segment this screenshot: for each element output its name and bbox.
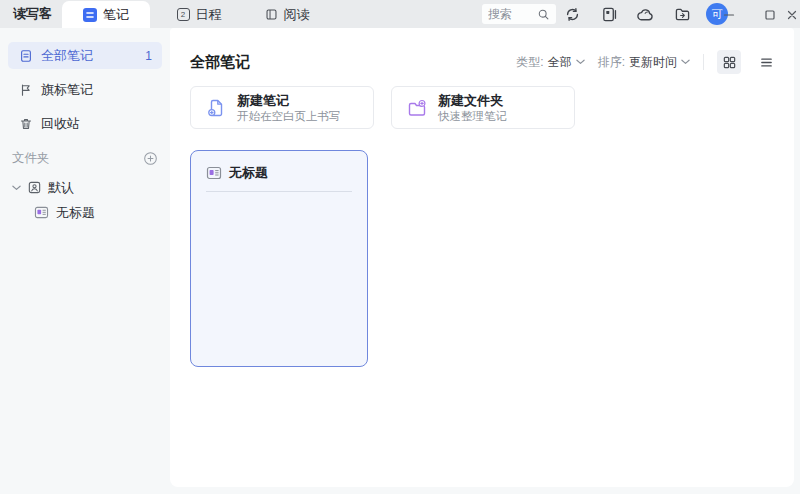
new-note-subtitle: 开始在空白页上书写 (237, 109, 341, 123)
chevron-down-icon (681, 59, 690, 65)
sync-icon (564, 6, 581, 23)
notebook-button[interactable] (600, 5, 618, 23)
notes-tab-icon (83, 8, 97, 22)
folder-label: 默认 (48, 179, 74, 197)
sidebar: 全部笔记 1 旗标笔记 回收站 文件夹 默认 无标题 (0, 28, 170, 494)
main-panel: 全部笔记 类型: 全部 排序: 更新时间 (170, 28, 794, 487)
maximize-icon (764, 9, 776, 21)
sync-button[interactable] (563, 5, 581, 23)
grid-view-button[interactable] (717, 50, 741, 74)
add-folder-button[interactable] (143, 151, 158, 166)
tree-note-label: 无标题 (56, 204, 95, 222)
tab-notes[interactable]: 笔记 (62, 1, 150, 28)
note-card-title: 无标题 (229, 164, 268, 182)
chevron-down-icon (576, 59, 585, 65)
close-icon (786, 9, 798, 21)
app-name: 读写客 (13, 0, 52, 28)
sort-filter-dropdown[interactable]: 排序: 更新时间 (598, 54, 690, 71)
note-card-untitled[interactable]: 无标题 (190, 150, 368, 367)
sort-filter-value: 更新时间 (629, 54, 677, 71)
grid-view-icon (722, 55, 737, 70)
flag-icon (19, 83, 33, 97)
sidebar-item-recycle-bin[interactable]: 回收站 (8, 110, 162, 137)
tab-schedule-label: 日程 (196, 6, 222, 24)
folders-section-label: 文件夹 (12, 150, 50, 167)
document-icon (19, 49, 33, 63)
type-filter-value: 全部 (548, 54, 572, 71)
new-note-button[interactable]: 新建笔记 开始在空白页上书写 (190, 86, 374, 129)
note-count-badge: 1 (145, 49, 152, 63)
list-view-button[interactable] (754, 50, 778, 74)
cloud-button[interactable] (636, 5, 654, 23)
tab-schedule[interactable]: 2 日程 (158, 1, 240, 28)
note-icon (206, 166, 222, 180)
book-icon (265, 8, 278, 21)
list-view-icon (759, 55, 774, 70)
tree-note-item[interactable]: 无标题 (8, 200, 162, 225)
search-input[interactable] (488, 7, 537, 21)
page-title: 全部笔记 (190, 53, 250, 72)
sort-filter-label: 排序: (598, 54, 625, 71)
search-icon (537, 8, 550, 21)
sidebar-item-label: 全部笔记 (41, 47, 93, 65)
tab-reading-label: 阅读 (284, 6, 310, 24)
tab-notes-label: 笔记 (103, 6, 129, 24)
new-note-icon (206, 98, 226, 118)
user-folder-icon (27, 180, 42, 195)
note-icon (34, 206, 49, 219)
main-header: 全部笔记 类型: 全部 排序: 更新时间 (190, 50, 778, 74)
new-folder-button[interactable]: 新建文件夹 快速整理笔记 (391, 86, 575, 129)
search-box[interactable] (482, 4, 556, 24)
minimize-button[interactable] (722, 8, 735, 21)
folder-share-icon (674, 7, 691, 22)
quick-actions: 新建笔记 开始在空白页上书写 新建文件夹 快速整理笔记 (190, 86, 575, 129)
new-folder-subtitle: 快速整理笔记 (438, 109, 507, 123)
cloud-icon (636, 7, 655, 22)
maximize-button[interactable] (763, 8, 776, 21)
sidebar-item-label: 旗标笔记 (41, 81, 93, 99)
minimize-icon (723, 9, 735, 21)
type-filter-dropdown[interactable]: 类型: 全部 (516, 54, 584, 71)
sidebar-item-all-notes[interactable]: 全部笔记 1 (8, 42, 162, 69)
folders-section: 文件夹 (12, 150, 158, 167)
trash-icon (19, 117, 33, 131)
new-folder-title: 新建文件夹 (438, 93, 507, 108)
chevron-down-icon[interactable] (12, 185, 21, 191)
notebook-icon (601, 6, 618, 23)
close-button[interactable] (785, 8, 798, 21)
type-filter-label: 类型: (516, 54, 543, 71)
divider (206, 191, 352, 192)
divider (703, 54, 704, 70)
folder-item-default[interactable]: 默认 (8, 175, 162, 200)
sidebar-item-flagged-notes[interactable]: 旗标笔记 (8, 76, 162, 103)
folder-share-button[interactable] (673, 5, 691, 23)
sidebar-item-label: 回收站 (41, 115, 80, 133)
titlebar: 读写客 笔记 2 日程 阅读 (0, 0, 800, 28)
new-note-title: 新建笔记 (237, 93, 341, 108)
new-folder-icon (407, 99, 427, 117)
tab-reading[interactable]: 阅读 (248, 1, 326, 28)
calendar-icon: 2 (177, 8, 190, 21)
